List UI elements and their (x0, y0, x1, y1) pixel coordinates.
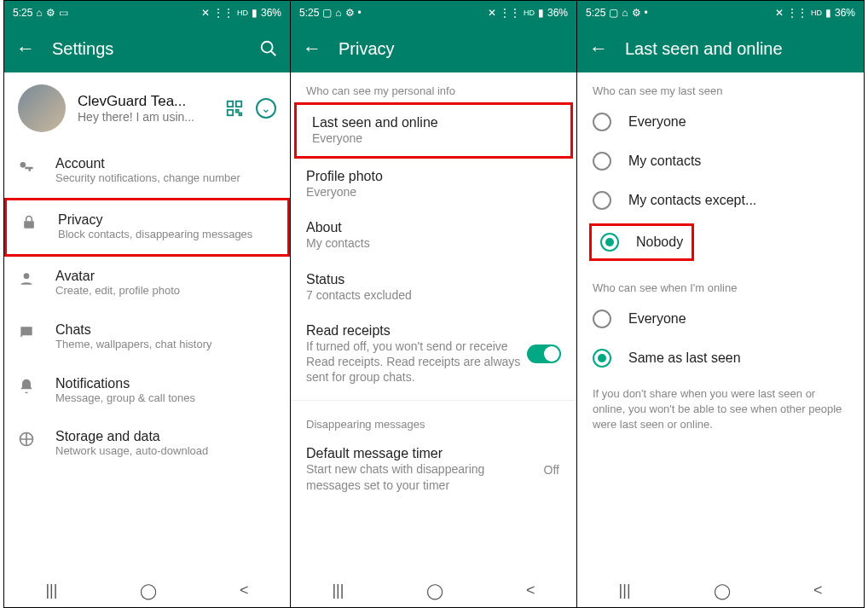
back-button[interactable]: < (240, 582, 249, 599)
setting-item-sub: Security notifications, change number (55, 171, 276, 186)
radio-label: Same as last seen (628, 350, 741, 366)
svg-line-1 (271, 51, 276, 56)
radio-icon (593, 349, 611, 368)
status-time: 5:25 (586, 7, 605, 19)
settings-item-avatar[interactable]: Avatar Create, edit, profile photo (4, 257, 290, 310)
privacy-item-read-receipts[interactable]: Read receipts If turned off, you won't s… (291, 313, 576, 396)
wifi-icon: ⋮⋮ (787, 7, 807, 19)
svg-rect-6 (240, 113, 242, 116)
settings-screen: 5:25 ⌂ ⚙ ▭ ✕ ⋮⋮ HD ▮ 36% ← Settings (4, 1, 291, 607)
radio-option-my-contacts-except[interactable]: My contacts except... (577, 181, 864, 220)
lock-icon (20, 212, 39, 231)
item-value: Off (544, 463, 561, 477)
setting-item-title: Privacy (58, 212, 274, 228)
back-button[interactable]: < (526, 582, 535, 599)
dot-icon: • (358, 7, 362, 19)
chat-icon: ▭ (59, 7, 68, 19)
section-label: Who can see my last seen (577, 72, 864, 102)
settings-item-privacy[interactable]: Privacy Block contacts, disappearing mes… (4, 198, 290, 257)
item-sub: Everyone (306, 184, 561, 200)
profile-name: ClevGuard Tea... (78, 93, 213, 110)
nav-bar: ||| ◯ < (291, 573, 576, 607)
settings-item-chats[interactable]: Chats Theme, wallpapers, chat history (4, 310, 290, 364)
laptop-icon: ⌂ (622, 7, 628, 19)
item-title: Status (306, 272, 561, 287)
privacy-item-last-seen[interactable]: Last seen and online Everyone (294, 102, 573, 159)
mute-icon: ✕ (201, 7, 210, 19)
signal-icon: ▮ (538, 7, 544, 19)
home-button[interactable]: ◯ (714, 582, 731, 600)
svg-rect-5 (236, 110, 239, 113)
setting-item-sub: Network usage, auto-download (55, 444, 276, 459)
settings-item-storage[interactable]: Storage and data Network usage, auto-dow… (4, 417, 290, 471)
privacy-item-about[interactable]: About My contacts (291, 210, 576, 261)
back-icon[interactable]: ← (16, 38, 35, 60)
radio-icon (600, 233, 619, 252)
back-button[interactable]: < (813, 582, 823, 599)
radio-option-same-as-last-seen[interactable]: Same as last seen (577, 339, 864, 378)
settings-item-account[interactable]: Account Security notifications, change n… (4, 144, 290, 198)
item-title: About (306, 220, 561, 235)
home-button[interactable]: ◯ (140, 582, 157, 600)
item-sub: 7 contacts excluded (306, 287, 561, 303)
image-icon: ▢ (322, 7, 332, 19)
recents-button[interactable]: ||| (619, 582, 631, 599)
privacy-screen: 5:25 ▢ ⌂ ⚙ • ✕ ⋮⋮ HD ▮ 36% ← Privacy Who… (291, 1, 577, 607)
data-icon (18, 429, 37, 448)
signal-icon: ▮ (825, 7, 831, 19)
radio-label: Everyone (628, 114, 686, 130)
item-sub: Start new chats with disappearing messag… (306, 461, 539, 492)
recents-button[interactable]: ||| (332, 582, 344, 599)
back-icon[interactable]: ← (303, 38, 321, 60)
section-label: Who can see when I'm online (577, 264, 864, 299)
home-button[interactable]: ◯ (426, 582, 443, 600)
status-bar: 5:25 ▢ ⌂ ⚙ • ✕ ⋮⋮ HD ▮ 36% (577, 1, 864, 25)
gear-icon: ⚙ (46, 7, 55, 19)
setting-item-title: Notifications (55, 376, 276, 391)
privacy-item-status[interactable]: Status 7 contacts excluded (291, 262, 576, 313)
dot-icon: • (645, 7, 648, 19)
qr-icon[interactable] (225, 99, 244, 118)
wifi-icon: ⋮⋮ (213, 7, 234, 19)
radio-option-everyone[interactable]: Everyone (577, 102, 864, 142)
privacy-item-profile-photo[interactable]: Profile photo Everyone (291, 159, 576, 210)
laptop-icon: ⌂ (36, 7, 42, 19)
svg-rect-2 (228, 101, 233, 107)
item-title: Default message timer (306, 446, 539, 461)
radio-option-my-contacts[interactable]: My contacts (577, 142, 864, 181)
page-title: Settings (52, 39, 242, 59)
item-title: Last seen and online (312, 115, 555, 130)
back-icon[interactable]: ← (589, 38, 608, 60)
svg-rect-3 (236, 101, 241, 107)
chat-icon (18, 322, 37, 341)
avatar (18, 84, 66, 132)
setting-item-sub: Message, group & call tones (55, 391, 276, 406)
radio-label: My contacts except... (628, 193, 756, 208)
profile-row[interactable]: ClevGuard Tea... Hey there! I am usin...… (4, 72, 290, 144)
item-sub: My contacts (306, 235, 561, 251)
chevron-down-icon[interactable]: ⌄ (256, 98, 276, 119)
recents-button[interactable]: ||| (45, 582, 57, 599)
radio-label: My contacts (628, 153, 701, 169)
section-label: Disappearing messages (291, 406, 576, 436)
setting-item-title: Chats (55, 322, 276, 338)
radio-option-online-everyone[interactable]: Everyone (577, 299, 864, 339)
wifi-icon: ⋮⋮ (500, 7, 520, 19)
status-bar: 5:25 ⌂ ⚙ ▭ ✕ ⋮⋮ HD ▮ 36% (4, 1, 290, 25)
search-icon[interactable] (259, 39, 278, 58)
profile-status: Hey there! I am usin... (78, 110, 213, 124)
item-title: Profile photo (306, 169, 561, 184)
setting-item-title: Avatar (55, 269, 276, 284)
radio-label: Nobody (636, 235, 683, 250)
setting-item-sub: Block contacts, disappearing messages (58, 228, 274, 242)
read-receipts-toggle[interactable] (527, 345, 561, 363)
hd-icon: HD (237, 9, 248, 17)
radio-option-nobody[interactable]: Nobody (589, 223, 694, 261)
item-sub: If turned off, you won't send or receive… (306, 339, 522, 385)
privacy-item-default-timer[interactable]: Default message timer Start new chats wi… (291, 436, 576, 502)
gear-icon: ⚙ (345, 7, 355, 19)
svg-rect-7 (24, 221, 34, 228)
key-icon (18, 156, 37, 175)
settings-item-notifications[interactable]: Notifications Message, group & call tone… (4, 364, 290, 418)
status-time: 5:25 (299, 7, 319, 19)
